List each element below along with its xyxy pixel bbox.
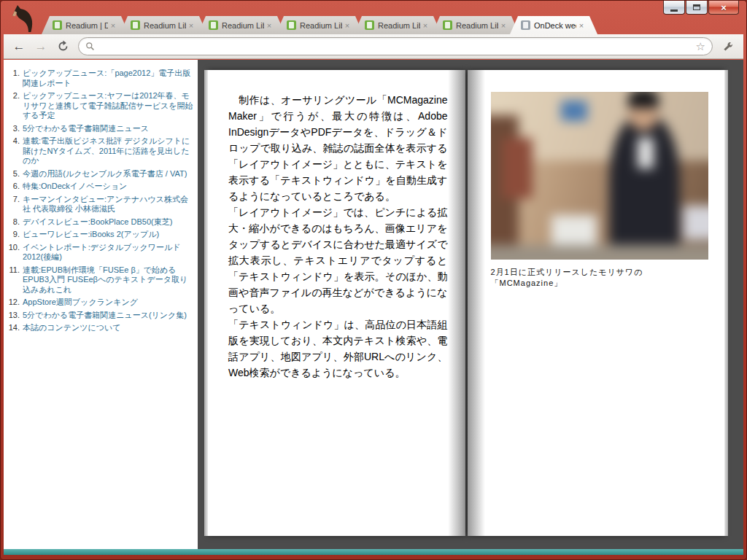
toc-item[interactable]: 8. デバイスレビュー:BookPlace DB50(東芝) <box>4 217 193 228</box>
tab-close-icon[interactable]: × <box>576 20 587 31</box>
article-paragraph: 「テキストウィンドウ」は、高品位の日本語組版を実現しており、本文内テキスト検索や… <box>228 316 448 381</box>
toc-item[interactable]: 4. 連載:電子出版ビジネス批評 デジタルシフトに賭けたNYタイムズ、2011年… <box>4 136 193 166</box>
tab-label: Readium | D <box>66 21 108 30</box>
toc-item-link[interactable]: キーマンインタビュー:アンテナハウス株式会社 代表取締役 小林徳滋氏 <box>23 195 193 214</box>
browser-window: × Readium | D × Readium Lib × Readi <box>0 0 747 560</box>
address-bar[interactable]: ☆ <box>78 37 713 55</box>
toc-item-link[interactable]: 特集:OnDeckイノベーション <box>23 182 127 192</box>
toc-item[interactable]: 2. ピックアップニュース:ヤフーは2012年春、モリサワと連携して電子雑誌配信… <box>4 91 193 121</box>
toc-item[interactable]: 12. AppStore週間ブックランキング <box>4 298 193 308</box>
toc-item-link[interactable]: 連載:EPUB制作環境「FUSEe β」で始めるEPUB3入門 FUSEeβへの… <box>23 265 193 295</box>
toc-item-number: 9. <box>4 230 23 240</box>
toc-item[interactable]: 13. 5分でわかる電子書籍関連ニュース(リンク集) <box>4 311 193 321</box>
tab-close-icon[interactable]: × <box>498 20 508 31</box>
book-page-left[interactable]: 制作は、オーサリングツール「MCMagazine Maker」で行うが、最大の特… <box>208 70 465 536</box>
browser-tab[interactable]: Readium | D × <box>42 16 129 34</box>
wrench-menu-button[interactable] <box>719 37 738 56</box>
toc-item[interactable]: 6. 特集:OnDeckイノベーション <box>4 182 193 192</box>
toc-item[interactable]: 11. 連載:EPUB制作環境「FUSEe β」で始めるEPUB3入門 FUSE… <box>4 265 193 295</box>
toc-item-link[interactable]: 5分でわかる電子書籍関連ニュース <box>23 124 149 134</box>
minimize-button[interactable] <box>663 1 685 15</box>
tab-label: Readium Lib <box>222 21 264 30</box>
toc-item-link[interactable]: ピックアップニュース:ヤフーは2012年春、モリサワと連携して電子雑誌配信サービ… <box>23 91 193 121</box>
browser-tab[interactable]: Readium Lib × <box>432 16 519 34</box>
back-button[interactable]: ← <box>9 37 28 56</box>
article-text: 制作は、オーサリングツール「MCMagazine Maker」で行うが、最大の特… <box>208 70 465 381</box>
toc-item[interactable]: 9. ビューワレビュー:iBooks 2(アップル) <box>4 230 193 240</box>
toc-item-link[interactable]: 今週の用語(ルクセンブルク系電子書店 / VAT) <box>23 169 187 179</box>
tab-label: Readium Lib <box>300 21 342 30</box>
tab-close-icon[interactable]: × <box>342 20 352 31</box>
article-paragraph: 制作は、オーサリングツール「MCMagazine Maker」で行うが、最大の特… <box>228 92 448 204</box>
book-reading-area[interactable]: 制作は、オーサリングツール「MCMagazine Maker」で行うが、最大の特… <box>198 60 743 549</box>
toc-item-number: 1. <box>4 69 23 88</box>
bottom-bar <box>4 549 743 555</box>
browser-tab[interactable]: OnDeck wee × <box>510 16 597 34</box>
toc-item[interactable]: 3. 5分でわかる電子書籍関連ニュース <box>4 124 193 134</box>
toc-item-link[interactable]: ビューワレビュー:iBooks 2(アップル) <box>23 230 159 240</box>
tab-close-icon[interactable]: × <box>108 20 118 31</box>
tab-favicon-icon <box>53 20 62 30</box>
tab-label: Readium Lib <box>456 21 498 30</box>
toc-item-number: 6. <box>4 182 23 192</box>
browser-tab[interactable]: Readium Lib × <box>198 16 285 34</box>
toc-item[interactable]: 10. イベントレポート:デジタルブックワールド2012(後編) <box>4 243 193 262</box>
window-controls: × <box>663 1 739 15</box>
tab-favicon-icon <box>131 20 140 30</box>
book-page-right[interactable]: 2月1日に正式リリースしたモリサワの「MCMagazine」 <box>468 70 725 536</box>
horse-logo-icon <box>7 2 36 33</box>
address-bar-input[interactable] <box>99 40 696 52</box>
toc-item-link[interactable]: イベントレポート:デジタルブックワールド2012(後編) <box>23 243 193 262</box>
toc-item-link[interactable]: デバイスレビュー:BookPlace DB50(東芝) <box>23 217 172 228</box>
tab-strip: Readium | D × Readium Lib × Readium Lib … <box>42 16 666 34</box>
bookmark-star-icon[interactable]: ☆ <box>696 41 705 52</box>
toc-item-link[interactable]: 連載:電子出版ビジネス批評 デジタルシフトに賭けたNYタイムズ、2011年に活路… <box>23 136 193 166</box>
toc-item-link[interactable]: 本誌のコンテンツについて <box>23 323 121 333</box>
minimize-icon <box>670 9 678 12</box>
book-spread: 制作は、オーサリングツール「MCMagazine Maker」で行うが、最大の特… <box>208 70 724 536</box>
maximize-button[interactable] <box>686 1 708 15</box>
toc-item[interactable]: 7. キーマンインタビュー:アンテナハウス株式会社 代表取締役 小林徳滋氏 <box>4 195 193 214</box>
reload-icon <box>57 40 69 52</box>
tab-label: Readium Lib <box>144 21 186 30</box>
tab-close-icon[interactable]: × <box>420 20 430 31</box>
toc-item[interactable]: 5. 今週の用語(ルクセンブルク系電子書店 / VAT) <box>4 169 193 179</box>
toc-item-number: 7. <box>4 195 23 214</box>
browser-tab[interactable]: Readium Lib × <box>276 16 363 34</box>
navigation-toolbar: ← → ☆ <box>4 34 743 59</box>
forward-button[interactable]: → <box>31 37 50 56</box>
toc-item-link[interactable]: ピックアップニュース:「page2012」電子出版関連レポート <box>23 69 193 88</box>
tab-favicon-icon <box>521 20 530 30</box>
toc-item[interactable]: 1. ピックアップニュース:「page2012」電子出版関連レポート <box>4 69 193 88</box>
toc-item-link[interactable]: AppStore週間ブックランキング <box>23 298 138 308</box>
search-icon <box>85 42 95 51</box>
toc-item-number: 11. <box>4 265 23 295</box>
tab-close-icon[interactable]: × <box>186 20 196 31</box>
page-content: 1. ピックアップニュース:「page2012」電子出版関連レポート 2. ピッ… <box>4 60 743 555</box>
browser-tab[interactable]: Readium Lib × <box>354 16 441 34</box>
browser-tab[interactable]: Readium Lib × <box>120 16 207 34</box>
tab-close-icon[interactable]: × <box>264 20 274 31</box>
toc-item-number: 8. <box>4 217 23 228</box>
maximize-icon <box>693 4 700 10</box>
toc-item[interactable]: 14. 本誌のコンテンツについて <box>4 323 193 333</box>
wrench-icon <box>722 41 734 52</box>
toc-item-number: 14. <box>4 323 23 333</box>
blurred-photo-content <box>491 92 708 260</box>
article-figure: 2月1日に正式リリースしたモリサワの「MCMagazine」 <box>491 92 709 289</box>
toc-item-number: 2. <box>4 91 23 121</box>
toc-item-link[interactable]: 5分でわかる電子書籍関連ニュース(リンク集) <box>23 311 187 321</box>
tab-label: Readium Lib <box>378 21 420 30</box>
photo-caption: 2月1日に正式リリースしたモリサワの「MCMagazine」 <box>491 267 709 289</box>
reload-button[interactable] <box>53 37 72 56</box>
close-button[interactable]: × <box>708 1 739 15</box>
toc-item-number: 13. <box>4 311 23 321</box>
tab-favicon-icon <box>287 20 296 30</box>
toc-item-number: 4. <box>4 136 23 166</box>
tab-label: OnDeck wee <box>534 21 576 30</box>
tab-favicon-icon <box>443 20 452 30</box>
article-paragraph: 「レイアウトイメージ」では、ピンチによる拡大・縮小ができるのはもちろん、画像エリ… <box>228 204 448 316</box>
toc-item-number: 3. <box>4 124 23 134</box>
tab-favicon-icon <box>209 20 218 30</box>
titlebar: × Readium | D × Readium Lib × Readi <box>1 1 746 34</box>
